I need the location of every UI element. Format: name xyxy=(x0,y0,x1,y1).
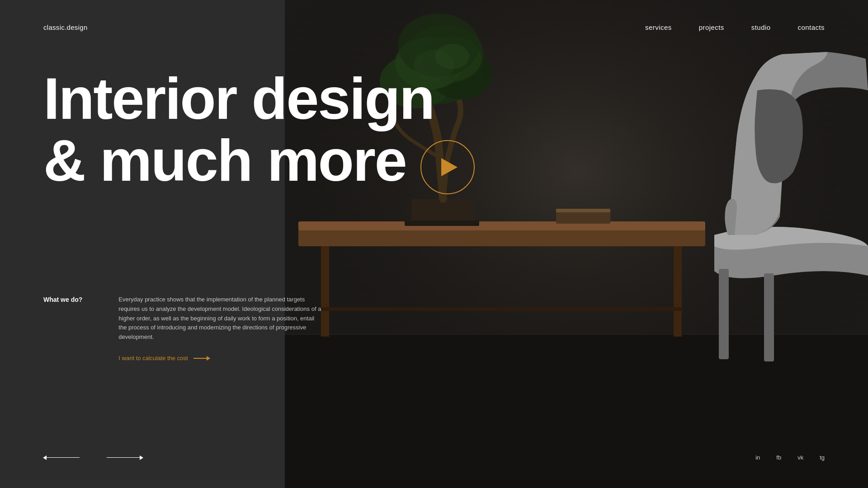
nav-studio[interactable]: studio xyxy=(751,23,771,31)
arrow-right-icon xyxy=(107,457,143,458)
social-linkedin[interactable]: in xyxy=(755,454,760,461)
social-telegram[interactable]: tg xyxy=(820,454,825,461)
calculate-cost-link[interactable]: I want to calculate the cost xyxy=(118,355,324,361)
social-links: in fb vk tg xyxy=(755,454,825,461)
header: classic.design services projects studio … xyxy=(0,0,868,54)
hero-headline: Interior design & much more xyxy=(43,68,579,191)
what-we-do-section: What we do? Everyday practice shows that… xyxy=(43,295,324,361)
next-slide-button[interactable] xyxy=(107,457,143,458)
arrow-left-icon xyxy=(43,457,80,458)
prev-slide-button[interactable] xyxy=(43,457,80,458)
bottom-bar: in fb vk tg xyxy=(43,454,825,461)
hero-line1: Interior design xyxy=(43,68,579,130)
arrow-right-icon xyxy=(193,358,210,359)
social-facebook[interactable]: fb xyxy=(776,454,781,461)
what-we-do-content: Everyday practice shows that the impleme… xyxy=(118,295,324,361)
main-content: Interior design & much more What we do? … xyxy=(0,0,868,488)
nav-contacts[interactable]: contacts xyxy=(798,23,825,31)
nav-services[interactable]: services xyxy=(645,23,672,31)
social-vk[interactable]: vk xyxy=(797,454,803,461)
hero-line2: & much more xyxy=(43,130,579,192)
what-we-do-description: Everyday practice shows that the impleme… xyxy=(118,295,324,342)
nav-projects[interactable]: projects xyxy=(699,23,724,31)
logo[interactable]: classic.design xyxy=(43,23,88,31)
calculate-cost-label: I want to calculate the cost xyxy=(118,355,188,361)
what-we-do-label: What we do? xyxy=(43,295,82,361)
main-nav: services projects studio contacts xyxy=(645,23,825,31)
slide-nav-arrows xyxy=(43,457,143,458)
